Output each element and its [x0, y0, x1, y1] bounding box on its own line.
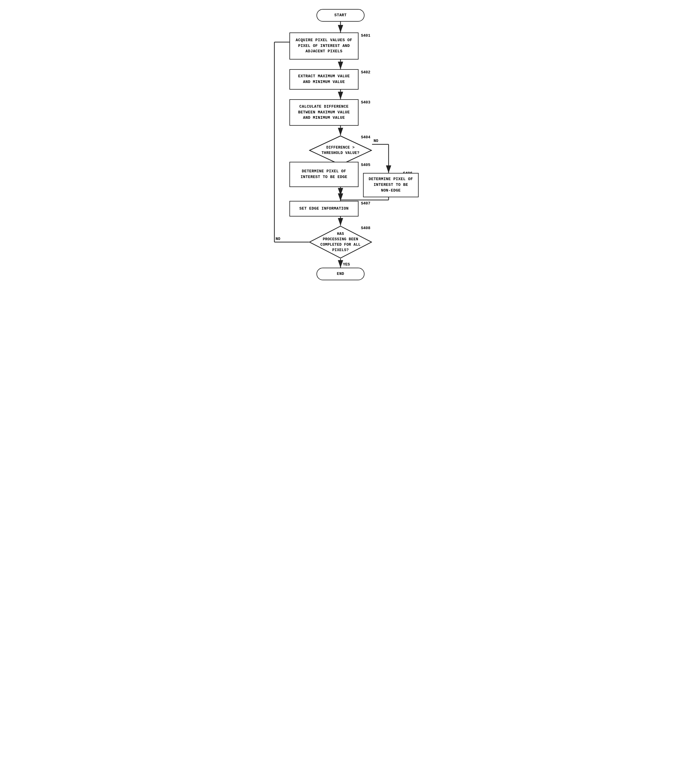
svg-text:NO: NO [374, 139, 379, 143]
s406-label: DETERMINE PIXEL OF INTEREST TO BE NON-ED… [369, 176, 413, 194]
s403-label: CALCULATE DIFFERENCE BETWEEN MAXIMUM VAL… [298, 104, 350, 121]
s405-node: DETERMINE PIXEL OF INTEREST TO BE EDGE [290, 162, 358, 187]
svg-text:S403: S403 [361, 100, 370, 105]
svg-text:S401: S401 [361, 33, 370, 38]
svg-text:NO: NO [276, 236, 280, 241]
s403-node: CALCULATE DIFFERENCE BETWEEN MAXIMUM VAL… [290, 99, 358, 126]
svg-text:S402: S402 [361, 70, 370, 75]
s404-node: DIFFERENCE > THRESHOLD VALUE? [309, 135, 372, 165]
svg-text:YES: YES [343, 262, 350, 267]
s407-label: SET EDGE INFORMATION [299, 206, 348, 212]
s406-node: DETERMINE PIXEL OF INTEREST TO BE NON-ED… [363, 173, 419, 197]
end-node: END [317, 268, 364, 280]
s401-label: ACQUIRE PIXEL VALUES OF PIXEL OF INTERES… [296, 38, 352, 55]
svg-text:S407: S407 [361, 201, 370, 206]
start-node: START [317, 9, 364, 22]
s408-label: HAS PROCESSING BEEN COMPLETED FOR ALL PI… [320, 231, 361, 253]
s407-node: SET EDGE INFORMATION [290, 201, 358, 216]
s405-label: DETERMINE PIXEL OF INTEREST TO BE EDGE [301, 169, 347, 180]
s408-node: HAS PROCESSING BEEN COMPLETED FOR ALL PI… [309, 225, 372, 259]
end-label: END [337, 271, 344, 277]
s401-node: ACQUIRE PIXEL VALUES OF PIXEL OF INTERES… [290, 32, 358, 60]
start-label: START [334, 13, 347, 18]
s402-node: EXTRACT MAXIMUM VALUE AND MINIMUM VALUE [290, 69, 358, 90]
s402-label: EXTRACT MAXIMUM VALUE AND MINIMUM VALUE [298, 74, 350, 85]
flowchart: YES NO NO YES S401 S402 S403 S404 S405 S… [250, 6, 431, 337]
s404-label: DIFFERENCE > THRESHOLD VALUE? [321, 145, 360, 156]
